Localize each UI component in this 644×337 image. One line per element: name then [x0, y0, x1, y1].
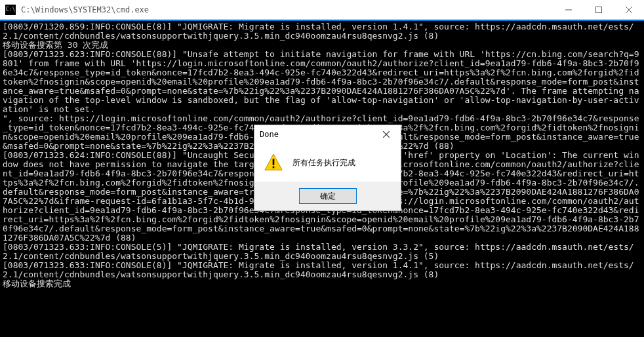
warning-icon [264, 153, 283, 172]
svg-rect-8 [273, 167, 275, 168]
window-titlebar: C:\ C:\Windows\SYSTEM32\cmd.exe [0, 0, 644, 20]
cmd-icon: C:\ [5, 5, 16, 15]
dialog-footer: 确定 [254, 182, 401, 210]
ok-button[interactable]: 确定 [299, 188, 357, 204]
maximize-icon [595, 7, 602, 13]
window-title: C:\Windows\SYSTEM32\cmd.exe [21, 5, 553, 14]
window-control-buttons [553, 0, 644, 20]
dialog-body: 所有任务执行完成 [254, 144, 401, 182]
dialog-title: Done [260, 130, 377, 139]
close-button[interactable] [614, 0, 644, 20]
svg-rect-7 [273, 159, 275, 165]
svg-rect-1 [596, 7, 602, 12]
dialog-close-button[interactable] [377, 128, 395, 141]
cmd-icon-glyph: C:\ [6, 7, 15, 12]
minimize-button[interactable] [553, 0, 584, 20]
maximize-button[interactable] [584, 0, 614, 20]
close-icon [626, 7, 632, 13]
dialog-message: 所有任务执行完成 [292, 157, 355, 168]
done-dialog: Done 所有任务执行完成 确定 [254, 125, 401, 211]
minimize-icon [565, 7, 572, 13]
dialog-titlebar: Done [254, 125, 401, 144]
close-icon [383, 131, 390, 138]
